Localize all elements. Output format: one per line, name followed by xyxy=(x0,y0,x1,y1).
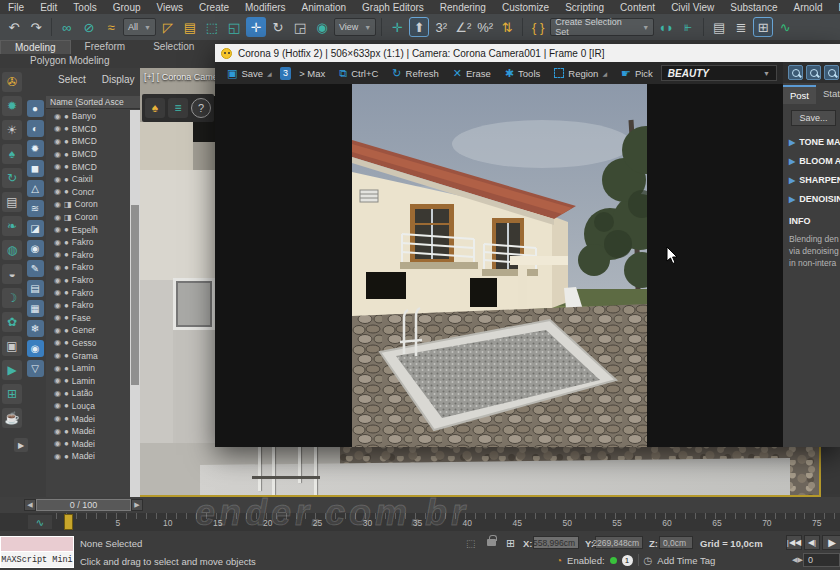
list-item[interactable]: ◉●Madei xyxy=(46,437,130,450)
menu-item-help[interactable]: Help xyxy=(830,2,840,13)
menu-item-group[interactable]: Group xyxy=(105,2,149,13)
menu-item-file[interactable]: File xyxy=(0,2,32,13)
zoom-out-icon[interactable] xyxy=(806,65,821,80)
visibility-eye-icon[interactable]: ◉ xyxy=(54,250,61,259)
tab-post[interactable]: Post xyxy=(783,85,816,104)
visibility-eye-icon[interactable]: ◉ xyxy=(54,200,61,209)
select-link-icon[interactable]: ∞ xyxy=(57,17,77,37)
region-button[interactable]: Region◢ xyxy=(548,66,613,81)
expand-panel-icon[interactable]: ▶ xyxy=(14,438,28,452)
list-item[interactable]: ◉●Fakro xyxy=(46,249,130,262)
menu-item-modifiers[interactable]: Modifiers xyxy=(237,2,294,13)
visibility-eye-icon[interactable]: ◉ xyxy=(54,313,61,322)
frame-icon[interactable]: ▣ xyxy=(2,336,22,356)
visibility-eye-icon[interactable]: ◉ xyxy=(54,389,61,398)
visibility-eye-icon[interactable]: ◉ xyxy=(54,401,61,410)
x-coordinate-field[interactable]: -558,996cm xyxy=(533,536,579,549)
menu-item-views[interactable]: Views xyxy=(149,2,192,13)
select-by-name-icon[interactable]: ▤ xyxy=(180,17,200,37)
rect-select-region-icon[interactable]: ⬚ xyxy=(202,17,222,37)
list-item[interactable]: ◉●Lamin xyxy=(46,362,130,375)
z-coordinate-field[interactable]: 0,0cm xyxy=(659,536,693,549)
section-denoising[interactable]: ▶DENOISIN xyxy=(783,185,840,204)
tab-freeform[interactable]: Freeform xyxy=(71,40,140,54)
menu-item-civil-view[interactable]: Civil View xyxy=(663,2,722,13)
menu-item-arnold[interactable]: Arnold xyxy=(786,2,831,13)
list-item[interactable]: ◉●Latão xyxy=(46,387,130,400)
list-icon[interactable]: ≡ xyxy=(168,98,188,118)
forest-icon[interactable]: ▤ xyxy=(2,192,22,212)
scale-tool-icon[interactable]: ◲ xyxy=(290,17,310,37)
play-icon[interactable]: ▶ xyxy=(822,535,840,550)
menu-item-rendering[interactable]: Rendering xyxy=(432,2,494,13)
enabled-count-badge[interactable]: 1 xyxy=(622,555,633,566)
pick-button[interactable]: ☛Pick xyxy=(615,65,659,82)
menu-display[interactable]: Display xyxy=(96,74,141,85)
tab-modeling[interactable]: Modeling xyxy=(0,40,71,54)
vfb-title-bar[interactable]: Corona 9 (Hotfix 2) | 506×633px (1:1) | … xyxy=(215,44,840,62)
display-filter-icon[interactable]: ▽ xyxy=(27,360,44,377)
visibility-eye-icon[interactable]: ◉ xyxy=(54,225,61,234)
visibility-eye-icon[interactable]: ◉ xyxy=(54,364,61,373)
visibility-eye-icon[interactable]: ◉ xyxy=(54,376,61,385)
open-scene-explorer-icon[interactable]: ⊞ xyxy=(753,17,773,37)
list-item[interactable]: ◉●Fakro xyxy=(46,286,130,299)
save-button[interactable]: ▣Save◢ xyxy=(221,65,278,82)
curve-editor-icon[interactable]: ∿ xyxy=(775,17,795,37)
list-item[interactable]: ◉●Grama xyxy=(46,349,130,362)
menu-item-edit[interactable]: Edit xyxy=(32,2,65,13)
menu-item-substance[interactable]: Substance xyxy=(722,2,785,13)
mini-curve-editor-icon[interactable]: ∿ xyxy=(28,515,52,529)
percent-snap-icon[interactable]: %² xyxy=(475,17,495,37)
visibility-eye-icon[interactable]: ◉ xyxy=(54,175,61,184)
list-item[interactable]: ◉●BMCD xyxy=(46,160,130,173)
list-item[interactable]: ◉●Concr xyxy=(46,186,130,199)
display-bones-icon[interactable]: ✎ xyxy=(27,260,44,277)
menu-select[interactable]: Select xyxy=(52,74,92,85)
list-item[interactable]: ◉●Madei xyxy=(46,412,130,425)
visibility-eye-icon[interactable]: ◉ xyxy=(54,137,61,146)
display-cameras-icon[interactable]: ◼ xyxy=(27,160,44,177)
palette-icon[interactable]: ☽ xyxy=(2,288,22,308)
light-icon[interactable]: ✹ xyxy=(2,96,22,116)
zoom-in-icon[interactable] xyxy=(788,65,803,80)
erase-button[interactable]: ✕Erase xyxy=(447,65,497,82)
material-icon[interactable]: ◒ xyxy=(2,264,22,284)
visibility-eye-icon[interactable]: ◉ xyxy=(54,326,61,335)
previous-frame-icon[interactable]: ◀ xyxy=(24,499,36,511)
tab-polygon-modeling[interactable]: Polygon Modeling xyxy=(0,54,120,68)
next-frame-icon[interactable]: ▶ xyxy=(131,499,143,511)
visibility-eye-icon[interactable]: ◉ xyxy=(54,263,61,272)
list-item[interactable]: ◉●BMCD xyxy=(46,135,130,148)
list-item[interactable]: ◉●Madei xyxy=(46,450,130,463)
section-tone-mapping[interactable]: ▶TONE MAP xyxy=(783,128,840,147)
named-selection-icon[interactable]: { } xyxy=(528,17,548,37)
visibility-eye-icon[interactable]: ◉ xyxy=(54,124,61,133)
current-frame-marker[interactable] xyxy=(64,514,73,530)
menu-item-tools[interactable]: Tools xyxy=(65,2,104,13)
section-bloom[interactable]: ▶BLOOM AN xyxy=(783,147,840,166)
time-slider-handle[interactable]: 0 / 100 xyxy=(36,499,131,511)
copy-button[interactable]: ⧉Ctrl+C xyxy=(333,65,384,82)
fire-icon[interactable]: ◍ xyxy=(2,240,22,260)
selection-set-dropdown[interactable]: Create Selection Set ▼ xyxy=(550,18,654,36)
reference-coordinate-dropdown[interactable]: View▼ xyxy=(334,18,376,36)
y-coordinate-field[interactable]: 2269,848cm xyxy=(595,536,643,549)
visibility-eye-icon[interactable]: ◉ xyxy=(54,439,61,448)
display-frozen-icon[interactable]: ❄ xyxy=(27,320,44,337)
vfb-image-area[interactable] xyxy=(215,84,783,447)
display-groups-icon[interactable]: ◪ xyxy=(27,220,44,237)
menu-item-create[interactable]: Create xyxy=(191,2,237,13)
list-item[interactable]: ◉●Gesso xyxy=(46,337,130,350)
display-all-icon[interactable]: ● xyxy=(27,100,44,117)
mirror-icon[interactable]: ◖◗ xyxy=(656,17,676,37)
snap-3d-icon[interactable]: 3² xyxy=(431,17,451,37)
teapot-icon[interactable]: ☕ xyxy=(2,408,22,428)
display-hidden-icon[interactable]: ◉ xyxy=(27,340,44,357)
sun-icon[interactable]: ☀ xyxy=(2,120,22,140)
visibility-eye-icon[interactable]: ◉ xyxy=(54,338,61,347)
refresh-button[interactable]: ↻Refresh xyxy=(386,65,444,82)
list-item[interactable]: ◉●Banyo xyxy=(46,110,130,123)
leaf-icon[interactable]: ❧ xyxy=(2,216,22,236)
panel-save-button[interactable]: Save... xyxy=(791,110,836,126)
